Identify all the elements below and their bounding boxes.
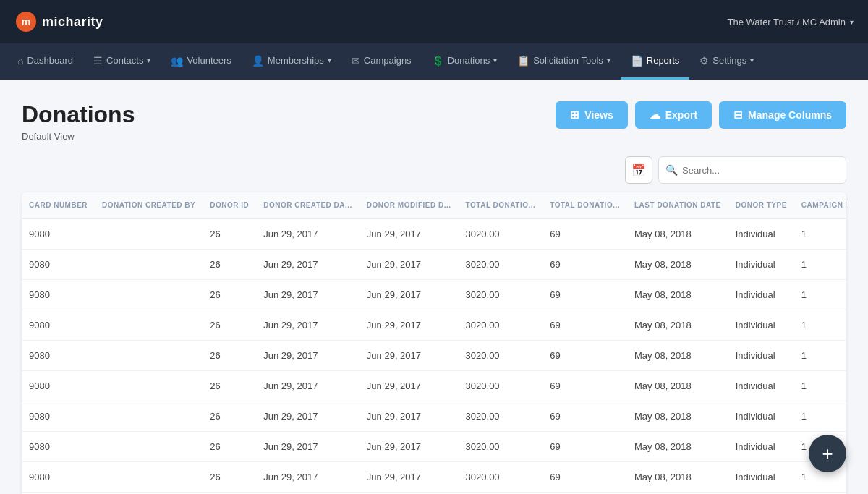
table-cell — [95, 462, 203, 493]
col-header-total-donation1: TOTAL DONATIO... — [459, 192, 543, 218]
table-cell: 69 — [542, 401, 627, 432]
topbar-right[interactable]: The Water Trust / MC Admin ▾ — [727, 17, 854, 27]
nav-label-settings: Settings — [712, 55, 746, 66]
table-cell: Jun 29, 2017 — [256, 310, 359, 341]
calendar-button[interactable]: 📅 — [625, 156, 652, 184]
table-cell: Individual — [728, 432, 794, 462]
nav-item-memberships[interactable]: 👤 Memberships ▾ — [242, 43, 341, 80]
table-cell: Jun 29, 2017 — [256, 280, 359, 310]
topbar: m micharity The Water Trust / MC Admin ▾ — [0, 0, 868, 43]
nav-item-solicitation-tools[interactable]: 📋 Solicitation Tools ▾ — [507, 43, 621, 80]
nav-label-donations: Donations — [448, 55, 490, 66]
calendar-icon: 📅 — [631, 163, 646, 177]
col-header-card-number: CARD NUMBER — [22, 192, 95, 218]
contacts-icon: ☰ — [93, 55, 103, 67]
page-header: Donations Default View ⊞ Views ☁ Export … — [22, 101, 846, 142]
donations-table-wrapper: CARD NUMBER DONATION CREATED BY DONOR ID… — [22, 192, 846, 494]
fab-add-button[interactable]: + — [809, 435, 846, 472]
table-cell: 9080 — [22, 341, 95, 371]
table-row[interactable]: 908026Jun 29, 2017Jun 29, 20173020.0069M… — [22, 218, 846, 250]
table-row[interactable]: 908026Jun 29, 2017Jun 29, 20173020.0069M… — [22, 401, 846, 432]
table-header: CARD NUMBER DONATION CREATED BY DONOR ID… — [22, 192, 846, 218]
table-cell: 3020.00 — [459, 218, 543, 250]
table-body: 908026Jun 29, 2017Jun 29, 20173020.0069M… — [22, 218, 846, 494]
contacts-chevron-icon: ▾ — [147, 56, 150, 64]
table-cell: Individual — [728, 250, 794, 280]
table-cell — [95, 401, 203, 432]
table-cell: 1 — [794, 218, 846, 250]
views-grid-icon: ⊞ — [570, 108, 579, 122]
table-cell: Jun 29, 2017 — [359, 432, 459, 462]
table-cell: Jun 29, 2017 — [359, 218, 459, 250]
col-header-campaign-id: CAMPAIGN ID — [794, 192, 846, 218]
table-cell: Jun 29, 2017 — [359, 250, 459, 280]
table-row[interactable]: 908026Jun 29, 2017Jun 29, 20173020.0069M… — [22, 310, 846, 341]
memberships-icon: 👤 — [252, 55, 264, 67]
table-row[interactable]: 908026Jun 29, 2017Jun 29, 20173020.0069M… — [22, 432, 846, 462]
table-cell: Individual — [728, 341, 794, 371]
views-button[interactable]: ⊞ Views — [556, 101, 627, 129]
solicitation-chevron-icon: ▾ — [607, 56, 610, 64]
manage-columns-icon: ⊟ — [733, 108, 743, 122]
table-cell: 26 — [203, 250, 256, 280]
nav-item-reports[interactable]: 📄 Reports — [621, 43, 690, 80]
col-header-last-donation-date: LAST DONATION DATE — [627, 192, 728, 218]
table-cell: 26 — [203, 218, 256, 250]
views-button-label: Views — [584, 109, 613, 121]
nav-item-campaigns[interactable]: ✉ Campaigns — [341, 43, 422, 80]
search-wrapper: 🔍 — [658, 156, 846, 184]
table-cell: Jun 29, 2017 — [359, 280, 459, 310]
org-name: The Water Trust / MC Admin — [727, 17, 846, 27]
header-actions: ⊞ Views ☁ Export ⊟ Manage Columns — [556, 101, 846, 129]
table-cell: Jun 29, 2017 — [359, 462, 459, 493]
reports-icon: 📄 — [631, 55, 643, 67]
nav-item-settings[interactable]: ⚙ Settings ▾ — [689, 43, 764, 80]
nav-item-dashboard[interactable]: ⌂ Dashboard — [7, 43, 83, 80]
table-cell: 1 — [794, 250, 846, 280]
table-cell: Jun 29, 2017 — [256, 250, 359, 280]
table-cell: 9080 — [22, 401, 95, 432]
nav-item-donations[interactable]: 💲 Donations ▾ — [422, 43, 508, 80]
table-cell: May 08, 2018 — [627, 310, 728, 341]
search-input[interactable] — [658, 156, 846, 184]
table-cell: May 08, 2018 — [627, 341, 728, 371]
table-cell: 3020.00 — [459, 250, 543, 280]
logo-text: micharity — [42, 14, 103, 30]
table-row[interactable]: 908026Jun 29, 2017Jun 29, 20173020.0069M… — [22, 341, 846, 371]
table-cell: Individual — [728, 280, 794, 310]
page-title: Donations — [22, 101, 135, 128]
table-cell: 26 — [203, 432, 256, 462]
table-cell: 1 — [794, 401, 846, 432]
table-cell: Jun 29, 2017 — [256, 371, 359, 401]
table-cell: 26 — [203, 401, 256, 432]
table-cell: May 08, 2018 — [627, 371, 728, 401]
table-cell: Jun 29, 2017 — [359, 341, 459, 371]
table-cell: 1 — [794, 371, 846, 401]
table-cell — [95, 250, 203, 280]
table-cell — [95, 280, 203, 310]
table-cell: Jun 29, 2017 — [256, 462, 359, 493]
topbar-chevron-icon: ▾ — [850, 18, 854, 26]
table-cell: 1 — [794, 280, 846, 310]
table-cell: 9080 — [22, 218, 95, 250]
export-icon: ☁ — [650, 108, 660, 122]
page-subtitle: Default View — [22, 131, 135, 142]
table-row[interactable]: 908026Jun 29, 2017Jun 29, 20173020.0069M… — [22, 250, 846, 280]
table-row[interactable]: 908026Jun 29, 2017Jun 29, 20173020.0069M… — [22, 371, 846, 401]
export-button[interactable]: ☁ Export — [635, 101, 712, 129]
nav-item-contacts[interactable]: ☰ Contacts ▾ — [83, 43, 161, 80]
table-cell: 69 — [542, 371, 627, 401]
donations-table: CARD NUMBER DONATION CREATED BY DONOR ID… — [22, 192, 846, 494]
table-row[interactable]: 908026Jun 29, 2017Jun 29, 20173020.0069M… — [22, 462, 846, 493]
table-cell: Jun 29, 2017 — [256, 218, 359, 250]
table-cell: 3020.00 — [459, 462, 543, 493]
nav-label-volunteers: Volunteers — [187, 55, 231, 66]
manage-columns-button[interactable]: ⊟ Manage Columns — [719, 101, 846, 129]
col-header-donor-created-date: DONOR CREATED DA... — [256, 192, 359, 218]
table-cell: 9080 — [22, 250, 95, 280]
table-cell — [95, 371, 203, 401]
table-row[interactable]: 908026Jun 29, 2017Jun 29, 20173020.0069M… — [22, 280, 846, 310]
nav-item-volunteers[interactable]: 👥 Volunteers — [161, 43, 241, 80]
table-cell: Individual — [728, 218, 794, 250]
table-cell: 26 — [203, 310, 256, 341]
